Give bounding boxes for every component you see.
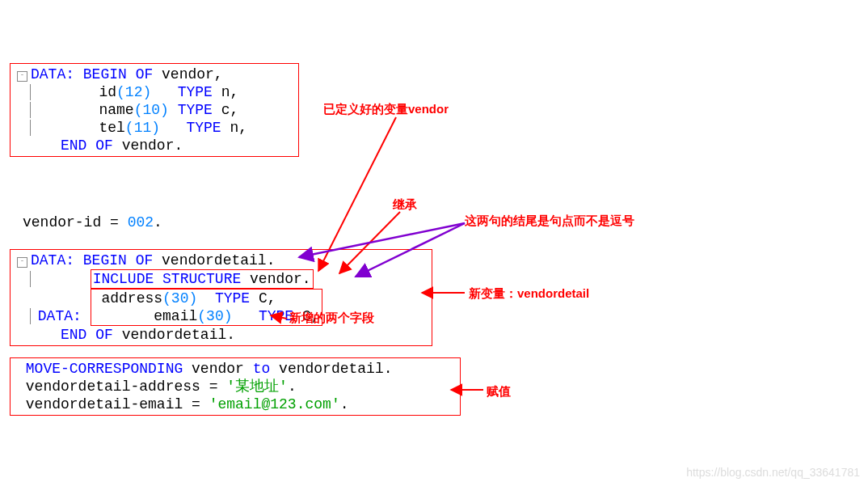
code-line: vendordetail-address = '某地址'. bbox=[17, 378, 453, 395]
code-line: END OF vendor. bbox=[17, 137, 292, 154]
annotation-new-var: 新变量：vendordetail bbox=[469, 286, 589, 302]
include-structure-box: INCLUDE STRUCTURE vendor. bbox=[91, 269, 314, 289]
code-line: vendordetail-email = 'email@123.com'. bbox=[17, 395, 453, 413]
code-line: vendor-id = 002. bbox=[23, 214, 232, 231]
code-line: INCLUDE STRUCTURE vendor. bbox=[17, 269, 425, 289]
annotation-period: 这两句的结尾是句点而不是逗号 bbox=[465, 214, 634, 229]
code-line: END OF vendordetail. bbox=[17, 326, 425, 344]
code-line: -DATA: BEGIN OF vendor, bbox=[17, 66, 292, 83]
annotation-inherit: 继承 bbox=[393, 197, 417, 213]
annotation-defined-var: 已定义好的变量vendor bbox=[323, 102, 449, 117]
svg-line-0 bbox=[318, 117, 396, 271]
code-block-vendor-def: -DATA: BEGIN OF vendor, id(12) TYPE n, n… bbox=[10, 63, 299, 157]
code-line: id(12) TYPE n, bbox=[17, 83, 292, 101]
annotation-assign: 赋值 bbox=[487, 384, 511, 400]
watermark: https://blog.csdn.net/qq_33641781 bbox=[686, 466, 860, 479]
code-block-move: MOVE-CORRESPONDING vendor to vendordetai… bbox=[10, 357, 461, 416]
annotation-new-fields: 新增的两个字段 bbox=[289, 311, 374, 326]
code-line: MOVE-CORRESPONDING vendor to vendordetai… bbox=[17, 360, 453, 378]
code-line: name(10) TYPE c, bbox=[17, 101, 292, 119]
code-block-vendordetail-def: -DATA: BEGIN OF vendordetail. INCLUDE ST… bbox=[10, 249, 432, 346]
new-fields-box: address(30) TYPE C, email(30) TYPE C, bbox=[91, 289, 322, 326]
fold-icon[interactable]: - bbox=[17, 71, 27, 82]
fold-icon[interactable]: - bbox=[17, 257, 27, 268]
code-line: -DATA: BEGIN OF vendordetail. bbox=[17, 252, 425, 269]
code-line: tel(11) TYPE n, bbox=[17, 119, 292, 137]
